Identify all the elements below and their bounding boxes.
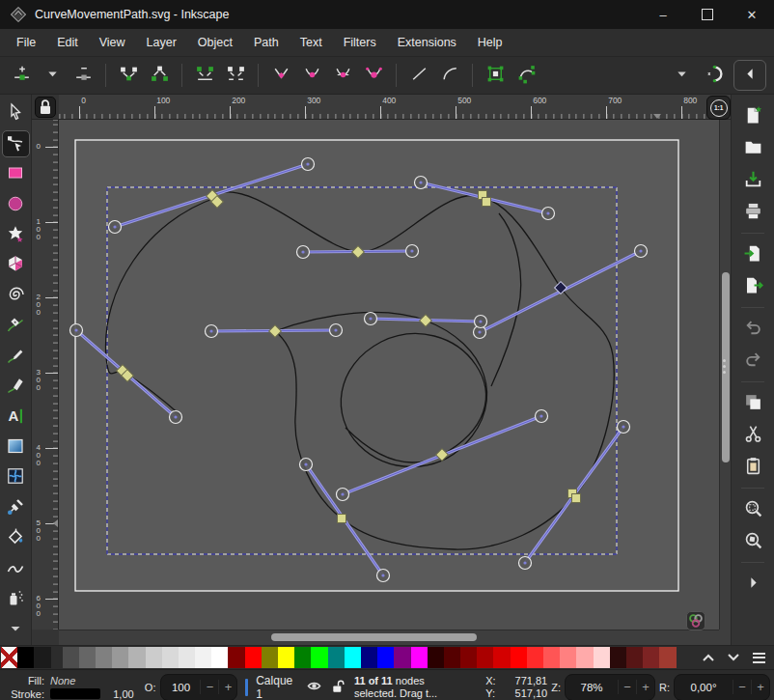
palette-swatch[interactable] [576,647,593,668]
vertical-scrollbar[interactable] [719,120,731,630]
zoom-spinner[interactable]: 78% − + [565,674,655,700]
minimize-button[interactable]: – [641,0,685,29]
node-insert-button[interactable] [6,61,37,90]
doc-print-button[interactable] [737,198,768,227]
collapse-left-button[interactable] [733,60,766,91]
drawing-canvas[interactable] [59,120,719,630]
tool-pen[interactable] [3,313,29,339]
layer-name[interactable]: Calque 1 [256,674,298,700]
palette-swatch[interactable] [560,647,576,668]
palette-scroll-down-button[interactable] [722,647,745,668]
palette-swatch[interactable] [328,647,345,668]
palette-swatch[interactable] [543,647,560,668]
palette-swatch[interactable] [112,647,128,668]
doc-open-button[interactable] [737,134,768,163]
palette-swatch[interactable] [195,647,211,668]
tool-node-editor[interactable] [3,131,29,157]
opacity-spinner[interactable]: 100 − + [160,674,237,700]
stroke-to-path-button[interactable] [511,61,541,90]
palette-menu-button[interactable] [747,647,770,668]
palette-swatch[interactable] [527,647,543,668]
palette-swatch[interactable] [477,647,493,668]
menu-layer[interactable]: Layer [136,32,187,53]
palette-swatch[interactable] [278,647,294,668]
zoom-value[interactable]: 78% [566,682,618,693]
doc-import-button[interactable] [737,240,768,269]
palette-scroll-up-button[interactable] [697,647,720,668]
palette-swatch[interactable] [411,647,428,668]
menu-filters[interactable]: Filters [333,32,387,53]
palette-swatch[interactable] [63,647,79,668]
palette-swatch[interactable] [377,647,394,668]
palette-swatch[interactable] [17,647,34,668]
menu-edit[interactable]: Edit [46,32,89,53]
quick-zoom-button[interactable]: 1:1 [706,96,731,120]
tool-spray[interactable] [3,586,29,612]
palette-swatch[interactable] [610,647,626,668]
node-corner-button[interactable] [265,61,296,90]
menu-help[interactable]: Help [467,32,513,53]
doc-save-button[interactable] [737,166,768,195]
opacity-decrease-button[interactable]: − [200,680,218,694]
menu-object[interactable]: Object [187,32,243,53]
nodes-join-button[interactable] [113,61,144,90]
stroke-width-value[interactable]: 1,00 [113,688,141,700]
snap-button[interactable] [697,61,728,90]
panel-grip-icon[interactable] [723,359,726,374]
path-node-selected[interactable] [482,198,490,207]
tool-ellipse[interactable] [3,192,29,218]
palette-swatch[interactable] [659,647,676,668]
rotation-increase-button[interactable]: + [751,680,769,694]
maximize-button[interactable] [685,0,730,29]
fill-stroke-indicator[interactable]: Fill: None Stroke: 1,00 [4,674,141,700]
expand-right-button[interactable] [737,570,768,599]
palette-swatch[interactable] [79,647,96,668]
color-management-button[interactable] [686,611,705,630]
node-symmetric-button[interactable] [327,61,358,90]
duplicate-button[interactable] [737,389,768,418]
palette-swatch[interactable] [626,647,643,668]
palette-swatch[interactable] [34,647,50,668]
palette-swatch-none[interactable] [1,647,17,668]
tool-gradient[interactable] [3,434,29,461]
tool-overflow-caret[interactable] [3,617,29,643]
palette-swatch[interactable] [245,647,262,668]
redo-button[interactable] [737,347,768,376]
tool-rectangle[interactable] [3,161,29,187]
palette-swatch[interactable] [444,647,460,668]
rotation-decrease-button[interactable]: − [733,680,751,694]
menu-extensions[interactable]: Extensions [387,32,467,53]
path-node-selected[interactable] [337,515,346,523]
paste-button[interactable] [737,453,768,482]
tool-pencil[interactable] [3,344,29,370]
segment-delete-button[interactable] [220,61,251,90]
menu-view[interactable]: View [89,32,136,53]
segment-line-button[interactable] [403,61,434,90]
tool-selector[interactable] [3,100,29,126]
tool-tweak[interactable] [3,556,29,582]
menu-file[interactable]: File [6,32,46,53]
stroke-color-swatch[interactable] [50,688,100,699]
palette-swatch[interactable] [228,647,244,668]
palette-swatch[interactable] [493,647,510,668]
tool-calligraphy[interactable] [3,374,29,400]
node-delete-button[interactable] [68,61,98,90]
dropdown-caret-button[interactable] [37,61,68,90]
rotation-spinner[interactable]: 0,00° − + [674,674,770,700]
palette-swatch[interactable] [394,647,410,668]
palette-swatch[interactable] [594,647,610,668]
tool-star[interactable] [3,222,29,248]
doc-export-button[interactable] [737,272,768,301]
vertical-ruler[interactable]: 0100200300400500600 [32,120,59,630]
close-button[interactable]: ✕ [730,0,774,29]
layer-lock-toggle[interactable] [330,678,346,696]
canvas-viewport[interactable] [59,120,719,630]
tool-mesh[interactable] [3,465,29,491]
tool-bucket[interactable] [3,526,29,552]
palette-swatch[interactable] [128,647,145,668]
node-auto-button[interactable] [358,61,389,90]
zoom-decrease-button[interactable]: − [618,680,636,694]
palette-swatch[interactable] [294,647,311,668]
opacity-increase-button[interactable]: + [218,680,236,694]
zoom-selection-button[interactable] [737,495,768,524]
